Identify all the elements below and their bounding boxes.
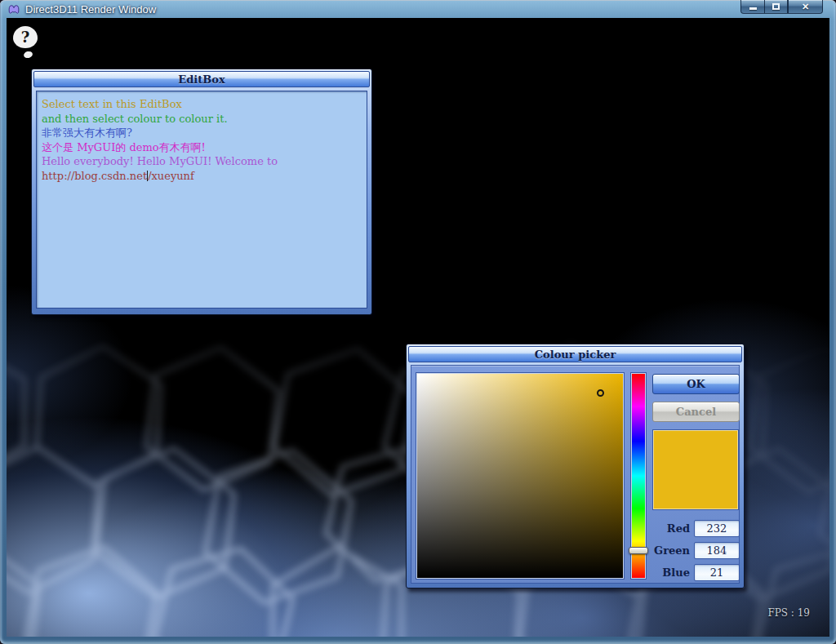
- question-mark-glyph: ?: [13, 26, 38, 48]
- window-controls: ✕: [740, 0, 823, 14]
- editbox-text-area[interactable]: Select text in this EditBox and then sel…: [36, 91, 367, 309]
- fps-counter: FPS : 19: [767, 607, 810, 619]
- render-viewport: ? EditBox Select text in this EditBox an…: [7, 18, 829, 637]
- blue-label: Blue: [607, 566, 694, 579]
- editbox-line-url: http://blog.csdn.net/xueyunf: [42, 169, 362, 184]
- editbox-line: and then select colour to colour it.: [42, 112, 362, 127]
- green-value-field[interactable]: 184: [694, 542, 740, 559]
- saturation-value-panel[interactable]: [416, 373, 624, 579]
- url-text-after-caret: /xueyunf: [148, 170, 194, 182]
- minimize-icon: [749, 7, 757, 10]
- app-icon: [7, 3, 20, 16]
- maximize-button[interactable]: [764, 0, 788, 14]
- url-text-before-caret: http://blog.csdn.net: [42, 170, 147, 182]
- red-label: Red: [607, 522, 694, 535]
- channel-row-green: Green 184: [607, 541, 740, 559]
- cancel-button[interactable]: Cancel: [652, 402, 740, 422]
- channel-row-blue: Blue 21: [607, 563, 740, 581]
- editbox-line: Select text in this EditBox: [42, 97, 362, 112]
- app-title: Direct3D11 Render Window: [25, 3, 156, 16]
- maximize-icon: [772, 3, 780, 10]
- editbox-line: 这个是 MyGUI的 demo有木有啊!: [42, 140, 362, 155]
- editbox-line: Hello everybody! Hello MyGUI! Welcome to: [42, 154, 362, 169]
- app-window: Direct3D11 Render Window ✕ ?: [0, 0, 836, 644]
- ok-button[interactable]: OK: [652, 374, 740, 394]
- colour-marker-ring[interactable]: [597, 389, 604, 397]
- help-icon[interactable]: ?: [13, 26, 41, 62]
- editbox-line: 非常强大有木有啊?: [42, 126, 362, 140]
- green-label: Green: [607, 544, 694, 557]
- editbox-window-titlebar[interactable]: EditBox: [33, 71, 370, 87]
- colour-picker-titlebar[interactable]: Colour picker: [408, 346, 742, 362]
- channel-row-red: Red 232: [607, 519, 740, 537]
- selected-colour-swatch: [652, 429, 739, 510]
- minimize-button[interactable]: [740, 0, 764, 14]
- app-titlebar[interactable]: Direct3D11 Render Window: [0, 0, 836, 18]
- red-value-field[interactable]: 232: [694, 520, 740, 537]
- bubble-dot-shape: [23, 51, 33, 59]
- colour-picker-window: Colour picker OK Cancel Red 232 Green: [406, 344, 745, 588]
- blue-value-field[interactable]: 21: [694, 564, 740, 581]
- close-button[interactable]: ✕: [788, 0, 823, 14]
- editbox-window: EditBox Select text in this EditBox and …: [31, 69, 372, 315]
- colour-picker-body: OK Cancel Red 232 Green 184 Blue 21: [411, 365, 740, 584]
- close-icon: ✕: [802, 2, 809, 12]
